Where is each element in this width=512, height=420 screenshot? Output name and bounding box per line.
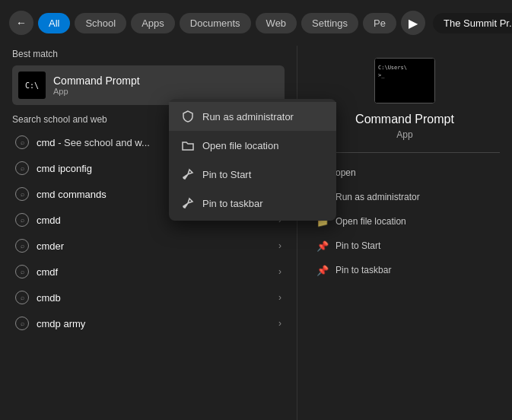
context-menu: Run as administrator Open file location … — [169, 99, 336, 221]
best-match-section-title: Best match — [12, 49, 285, 59]
search-item-4[interactable]: ⌕ cmder › — [12, 233, 285, 259]
best-match-text: Command Prompt App — [53, 75, 140, 96]
tab-summit[interactable]: The Summit Pr... — [433, 13, 512, 33]
right-action-file-label: Open file location — [336, 216, 406, 227]
svg-text:C:\Users\: C:\Users\ — [378, 65, 407, 71]
pin-start-icon-right: 📌 — [316, 239, 329, 253]
tab-more-button[interactable]: ▶ — [401, 11, 425, 35]
search-icon-1: ⌕ — [15, 161, 29, 175]
search-icon-7: ⌕ — [15, 317, 29, 330]
search-item-text-5: cmdf — [37, 266, 271, 278]
tab-documents[interactable]: Documents — [180, 13, 251, 33]
search-icon-3: ⌕ — [15, 213, 29, 227]
search-item-text-4: cmder — [37, 240, 271, 252]
ctx-shield-icon — [181, 110, 195, 123]
right-action-pin-start[interactable]: 📌 Pin to Start — [310, 234, 500, 258]
command-prompt-preview: C:\Users\ >_ — [374, 58, 435, 103]
ctx-folder-icon — [181, 138, 195, 152]
search-icon-5: ⌕ — [15, 265, 29, 278]
search-item-5[interactable]: ⌕ cmdf › — [12, 259, 285, 285]
tab-web[interactable]: Web — [256, 13, 297, 33]
ctx-pin-start-icon — [181, 167, 195, 181]
search-item-7[interactable]: ⌕ cmdp army › — [12, 310, 285, 336]
ctx-item-pin-taskbar[interactable]: Pin to taskbar — [169, 189, 336, 218]
top-nav: ← All School Apps Documents Web Settings… — [0, 0, 512, 46]
chevron-right-7: › — [278, 318, 281, 329]
right-action-run-as-admin[interactable]: 🛡 Run as administrator — [310, 185, 500, 209]
right-panel-type: App — [396, 129, 412, 140]
tab-settings[interactable]: Settings — [301, 13, 358, 33]
search-icon-0: ⌕ — [15, 135, 29, 149]
ctx-pin-start-label: Pin to Start — [202, 169, 251, 180]
ctx-item-run-as-admin[interactable]: Run as administrator — [169, 102, 336, 131]
search-icon-4: ⌕ — [15, 239, 29, 253]
right-actions: ↗ open 🛡 Run as administrator 📁 Open fil… — [310, 161, 500, 282]
right-action-open-label: open — [336, 167, 356, 178]
right-action-admin-label: Run as administrator — [336, 192, 420, 202]
ctx-open-file-label: Open file location — [202, 140, 278, 151]
search-item-text-7: cmdp army — [37, 318, 271, 329]
search-icon-2: ⌕ — [15, 187, 29, 201]
tab-all[interactable]: All — [38, 13, 70, 33]
search-item-text-6: cmdb — [37, 292, 271, 304]
right-action-open[interactable]: ↗ open — [310, 161, 500, 185]
right-panel-title: Command Prompt — [355, 113, 454, 126]
ctx-run-as-admin-label: Run as administrator — [202, 111, 294, 123]
tab-apps[interactable]: Apps — [131, 13, 175, 33]
right-action-open-file[interactable]: 📁 Open file location — [310, 209, 500, 234]
tab-school[interactable]: School — [75, 13, 126, 33]
chevron-right-5: › — [278, 266, 281, 277]
search-item-6[interactable]: ⌕ cmdb › — [12, 285, 285, 310]
pin-taskbar-icon-right: 📌 — [316, 263, 329, 277]
ctx-pin-taskbar-label: Pin to taskbar — [202, 198, 263, 209]
svg-text:>_: >_ — [378, 72, 385, 78]
chevron-right-6: › — [278, 292, 281, 303]
ctx-item-open-file[interactable]: Open file location — [169, 131, 336, 160]
command-prompt-icon: C:\ — [18, 72, 46, 99]
right-divider — [310, 152, 500, 153]
search-icon-6: ⌕ — [15, 291, 29, 304]
tab-pe[interactable]: Pe — [363, 13, 396, 33]
best-match-type: App — [53, 87, 140, 96]
right-action-pin-taskbar-label: Pin to taskbar — [336, 265, 391, 275]
right-action-pin-taskbar[interactable]: 📌 Pin to taskbar — [310, 258, 500, 282]
back-button[interactable]: ← — [9, 11, 33, 35]
ctx-pin-taskbar-icon — [181, 196, 195, 210]
best-match-name: Command Prompt — [53, 75, 140, 87]
chevron-right-4: › — [278, 240, 281, 251]
right-action-pin-start-label: Pin to Start — [336, 240, 380, 251]
ctx-item-pin-start[interactable]: Pin to Start — [169, 160, 336, 189]
